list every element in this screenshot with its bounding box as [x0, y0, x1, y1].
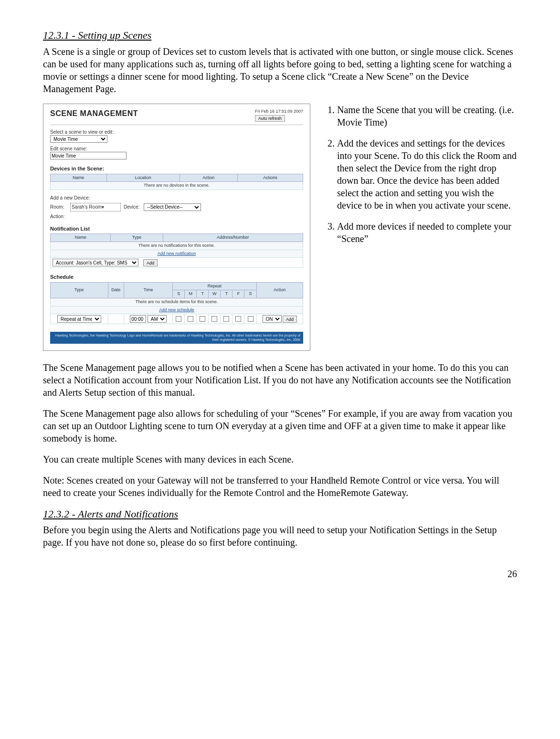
room-value: Sarah's Room [72, 204, 102, 210]
device-select[interactable]: --Select Device-- [144, 203, 201, 211]
col-sched-type: Type [51, 282, 108, 298]
account-select[interactable]: Account: Jason's Cell, Type: SMS [53, 259, 138, 266]
steps-list: Name the Scene that you will be creating… [325, 104, 517, 253]
notif-empty: There are no notifications for this scen… [51, 242, 303, 250]
day-s2: S [244, 290, 256, 298]
step-2: Add the devices and settings for the dev… [337, 137, 517, 211]
time-input[interactable] [130, 315, 146, 323]
section-heading-1: 12.3.1 - Setting up Scenes [43, 29, 517, 42]
scene-management-screenshot: SCENE MANAGEMENT Fri Feb 16 17:51:09 200… [43, 104, 310, 351]
body-para-1: The Scene Management page allows you to … [43, 361, 517, 399]
col-notif-name: Name [51, 234, 111, 242]
step-3: Add more devices if needed to complete y… [337, 220, 517, 245]
edit-name-input[interactable] [50, 152, 127, 159]
body-para-3: You can create multiple Scenes with many… [43, 453, 517, 465]
panel-title: SCENE MANAGEMENT [50, 109, 138, 119]
day-s1: S [173, 290, 185, 298]
day-m-checkbox[interactable] [188, 316, 193, 322]
section-heading-2: 12.3.2 - Alerts and Notifications [43, 507, 517, 521]
schedule-heading: Schedule [50, 274, 303, 280]
section-1-para: A Scene is a single or group of Devices … [43, 45, 517, 95]
room-label: Room: [50, 204, 67, 210]
day-s2-checkbox[interactable] [248, 316, 254, 322]
room-select[interactable]: Sarah's Room ▾ [70, 203, 121, 211]
section-2-para: Before you begin using the Alerts and No… [43, 524, 517, 549]
screenshot-and-steps-row: SCENE MANAGEMENT Fri Feb 16 17:51:09 200… [43, 104, 517, 351]
device-label: Device: [124, 204, 141, 210]
schedule-table: Type Date Time Repeat Action S M T W T F… [50, 282, 303, 325]
devices-empty: There are no devices in the scene. [51, 182, 303, 190]
onoff-select[interactable]: ON [263, 315, 282, 323]
add-notification-button[interactable]: Add [143, 259, 158, 266]
col-notif-type: Type [111, 234, 163, 242]
page-number: 26 [43, 568, 517, 580]
notification-table: Name Type Address/Number There are no no… [50, 233, 303, 268]
col-sched-date: Date [108, 282, 124, 298]
add-schedule-link[interactable]: Add new schedule [159, 307, 194, 312]
day-t1-checkbox[interactable] [200, 316, 205, 322]
add-device-heading: Add a new Device: [50, 195, 303, 201]
devices-table: Name Location Action Actions There are n… [50, 174, 303, 190]
scene-select[interactable]: Movie Time [50, 135, 107, 143]
day-s1-checkbox[interactable] [176, 316, 181, 322]
body-para-2: The Scene Management page also allows fo… [43, 407, 517, 444]
add-notification-link[interactable]: Add new notification [158, 251, 196, 256]
col-sched-action: Action [256, 282, 303, 298]
repeat-type-select[interactable]: Repeat at Time [57, 315, 101, 323]
col-sched-time: Time [124, 282, 173, 298]
select-scene-label: Select a scene to view or edit: [50, 129, 303, 135]
action-label: Action: [50, 213, 67, 220]
day-t2: T [221, 290, 232, 298]
timestamp-text: Fri Feb 16 17:51:09 2007 [255, 109, 303, 115]
auto-refresh-button[interactable]: Auto refresh [255, 115, 285, 122]
body-para-4: Note: Scenes created on your Gateway wil… [43, 474, 517, 499]
step-1: Name the Scene that you will be creating… [337, 104, 517, 128]
add-schedule-button[interactable]: Add [283, 316, 297, 323]
col-action: Action [180, 174, 237, 182]
day-m: M [185, 290, 197, 298]
col-notif-addr: Address/Number [163, 234, 303, 242]
schedule-empty: There are no schedule items for this sce… [51, 298, 303, 306]
day-w: W [209, 290, 221, 298]
day-f: F [232, 290, 244, 298]
edit-name-label: Edit scene name: [50, 146, 303, 152]
ampm-select[interactable]: AM [148, 315, 167, 323]
panel-header: SCENE MANAGEMENT Fri Feb 16 17:51:09 200… [50, 109, 303, 126]
day-f-checkbox[interactable] [235, 316, 241, 322]
day-t1: T [197, 290, 209, 298]
chevron-down-icon: ▾ [102, 204, 104, 210]
day-w-checkbox[interactable] [211, 316, 217, 322]
col-actions: Actions [237, 174, 303, 182]
day-t2-checkbox[interactable] [223, 316, 229, 322]
screenshot-footer: Hawking Technologies, the Hawking Techno… [50, 332, 303, 343]
col-location: Location [106, 174, 180, 182]
col-sched-repeat: Repeat [173, 282, 256, 290]
col-name: Name [51, 174, 107, 182]
notification-heading: Notification List [50, 225, 303, 232]
devices-heading: Devices in the Scene: [50, 165, 303, 172]
